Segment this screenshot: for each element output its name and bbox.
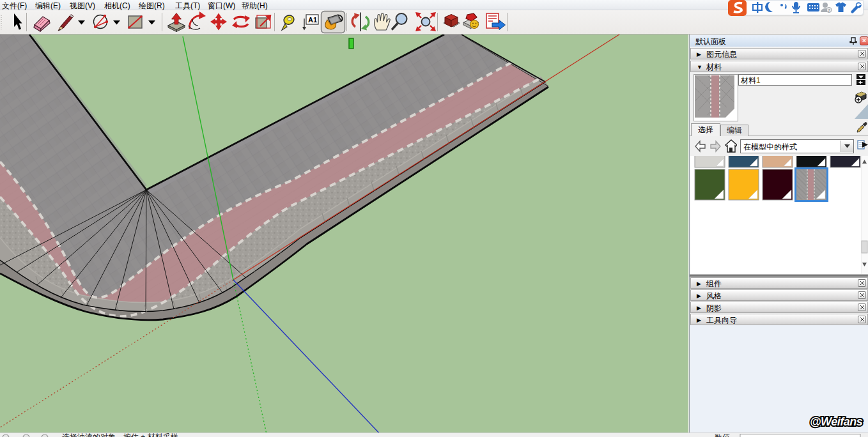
svg-text:7: 7 [828, 8, 830, 13]
svg-text:选择油漆的对象。按住 + 材料采样: 选择油漆的对象。按住 + 材料采样 [62, 433, 178, 437]
svg-text:A1: A1 [308, 16, 317, 24]
svg-text:数值: 数值 [715, 433, 730, 437]
